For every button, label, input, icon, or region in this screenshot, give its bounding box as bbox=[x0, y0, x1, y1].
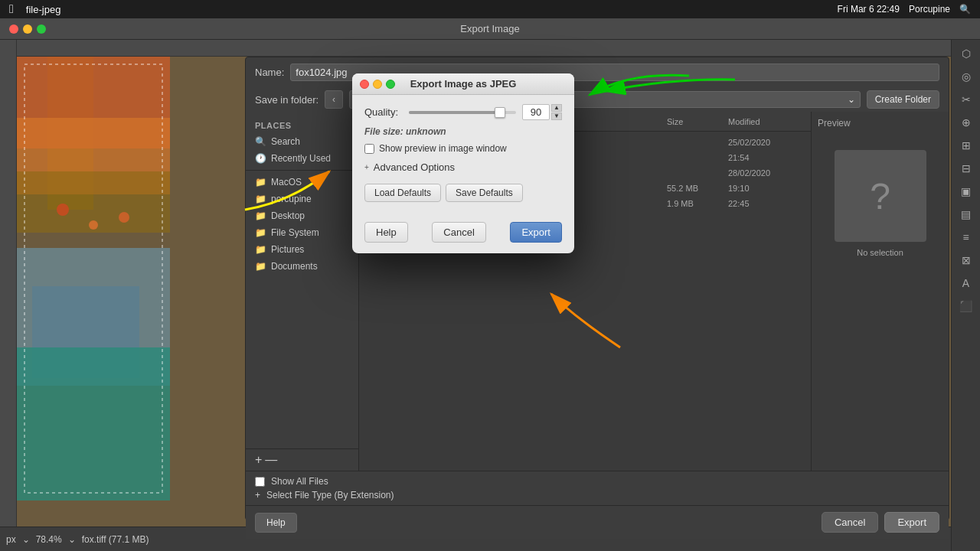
quality-row: Quality: ▲ ▼ bbox=[364, 104, 562, 120]
file-size-label: File size: unknown bbox=[364, 126, 446, 137]
unit-label: px bbox=[6, 534, 16, 545]
help-button-bottom[interactable]: Help bbox=[255, 513, 297, 533]
search-menu-icon[interactable]: 🔍 bbox=[959, 4, 971, 15]
search-icon: 🔍 bbox=[255, 136, 266, 147]
places-separator bbox=[246, 170, 358, 171]
expand-filetype-icon[interactable]: + bbox=[255, 490, 260, 500]
jpeg-export-modal: Export Image as JPEG Quality: ▲ ▼ bbox=[352, 73, 574, 253]
col-header-size[interactable]: Size bbox=[667, 117, 728, 126]
sidebar-item-pictures[interactable]: 📁 Pictures bbox=[246, 241, 358, 258]
tool-5[interactable]: ⊞ bbox=[956, 135, 977, 156]
folder-desktop-icon: 📁 bbox=[255, 210, 266, 221]
quality-slider-fill bbox=[409, 111, 505, 114]
export-button-jpeg[interactable]: Export bbox=[510, 222, 562, 243]
tool-1[interactable]: ⬡ bbox=[956, 43, 977, 64]
jpeg-traffic-lights bbox=[360, 80, 395, 89]
tool-7[interactable]: ▣ bbox=[956, 181, 977, 202]
tool-2[interactable]: ◎ bbox=[956, 66, 977, 87]
show-preview-checkbox[interactable] bbox=[364, 144, 374, 154]
name-row: Name: bbox=[246, 57, 949, 87]
folder-row: Save in folder: ‹ 📁 porcupine ⌄ Create F… bbox=[246, 87, 949, 112]
places-panel: Places 🔍 Search 🕐 Recently Used 📁 MacOS … bbox=[246, 112, 359, 471]
maximize-button[interactable] bbox=[37, 24, 46, 34]
advanced-options-row[interactable]: + Advanced Options bbox=[364, 161, 562, 173]
sidebar-item-documents-label: Documents bbox=[271, 261, 318, 272]
zoom-level: 78.4% bbox=[36, 534, 62, 545]
window-title: Export Image bbox=[460, 23, 519, 34]
tool-8[interactable]: ▤ bbox=[956, 204, 977, 225]
svg-point-11 bbox=[119, 212, 129, 223]
cancel-button-jpeg[interactable]: Cancel bbox=[432, 222, 485, 243]
sidebar-item-filesystem[interactable]: 📁 File System bbox=[246, 224, 358, 241]
sidebar-item-desktop-label: Desktop bbox=[271, 210, 305, 221]
sidebar-item-porcupine[interactable]: 📁 porcupine bbox=[246, 191, 358, 207]
preview-placeholder: ? bbox=[835, 150, 926, 242]
svg-rect-7 bbox=[17, 347, 170, 500]
tool-11[interactable]: A bbox=[956, 272, 977, 294]
show-all-files-checkbox[interactable] bbox=[255, 477, 265, 487]
tool-3[interactable]: ✂ bbox=[956, 89, 977, 110]
select-file-type-label: Select File Type (By Extension) bbox=[266, 490, 394, 500]
col-header-modified[interactable]: Modified bbox=[728, 117, 805, 126]
export-button-main[interactable]: Export bbox=[884, 512, 939, 533]
sidebar-item-macos[interactable]: 📁 MacOS bbox=[246, 174, 358, 191]
quality-slider[interactable] bbox=[409, 111, 516, 114]
tool-10[interactable]: ⊠ bbox=[956, 249, 977, 271]
add-place-button[interactable]: + bbox=[255, 454, 262, 466]
jpeg-maximize-button[interactable] bbox=[386, 80, 395, 89]
traffic-lights bbox=[9, 24, 46, 34]
close-button[interactable] bbox=[9, 24, 18, 34]
show-all-files-label: Show All Files bbox=[271, 476, 328, 487]
apple-menu[interactable]:  bbox=[9, 2, 14, 16]
quality-slider-thumb bbox=[495, 107, 505, 118]
ruler-top bbox=[17, 40, 951, 57]
expand-icon: + bbox=[364, 163, 369, 171]
ruler-left bbox=[0, 40, 17, 527]
minimize-button[interactable] bbox=[23, 24, 32, 34]
remove-place-button[interactable]: — bbox=[265, 454, 277, 466]
places-title: Places bbox=[246, 118, 358, 133]
sidebar-item-search-label: Search bbox=[271, 136, 300, 147]
title-bar: Export Image bbox=[0, 18, 980, 40]
quality-stepper-down[interactable]: ▼ bbox=[551, 112, 562, 120]
sidebar-item-recent-label: Recently Used bbox=[271, 153, 331, 164]
sidebar-item-search[interactable]: 🔍 Search bbox=[246, 133, 358, 150]
show-preview-label: Show preview in image window bbox=[379, 143, 507, 154]
show-all-files-row: Show All Files bbox=[255, 476, 939, 487]
app-name[interactable]: file-jpeg bbox=[26, 4, 61, 15]
cancel-button-main[interactable]: Cancel bbox=[822, 512, 878, 533]
create-folder-button[interactable]: Create Folder bbox=[867, 90, 939, 109]
nav-back-button[interactable]: ‹ bbox=[325, 90, 343, 109]
save-defaults-button[interactable]: Save Defaults bbox=[446, 184, 523, 202]
username: Porcupine bbox=[909, 4, 950, 15]
jpeg-minimize-button[interactable] bbox=[373, 80, 382, 89]
preview-panel: Preview ? No selection bbox=[811, 112, 949, 471]
jpeg-footer: Help Cancel Export bbox=[352, 222, 574, 253]
tool-9[interactable]: ≡ bbox=[956, 227, 977, 248]
folder-filesystem-icon: 📁 bbox=[255, 227, 266, 238]
quality-value-input[interactable] bbox=[522, 104, 550, 120]
sidebar-item-filesystem-label: File System bbox=[271, 227, 319, 238]
show-preview-row: Show preview in image window bbox=[364, 143, 562, 154]
export-dialog-footer: Help Cancel Export bbox=[246, 505, 949, 539]
sidebar-item-desktop[interactable]: 📁 Desktop bbox=[246, 207, 358, 224]
menubar:  file-jpeg Fri Mar 6 22:49 Porcupine 🔍 bbox=[0, 0, 980, 18]
load-defaults-button[interactable]: Load Defaults bbox=[364, 184, 441, 202]
jpeg-close-button[interactable] bbox=[360, 80, 369, 89]
help-button-jpeg[interactable]: Help bbox=[364, 222, 408, 243]
tool-12[interactable]: ⬛ bbox=[956, 295, 977, 317]
file-size-row: File size: unknown bbox=[364, 126, 562, 137]
tool-4[interactable]: ⊕ bbox=[956, 112, 977, 133]
folder-porcupine-icon: 📁 bbox=[255, 194, 266, 204]
sidebar-item-documents[interactable]: 📁 Documents bbox=[246, 258, 358, 275]
sidebar-item-recent[interactable]: 🕐 Recently Used bbox=[246, 150, 358, 167]
folder-dropdown-chevron: ⌄ bbox=[848, 94, 855, 105]
export-content: Places 🔍 Search 🕐 Recently Used 📁 MacOS … bbox=[246, 112, 949, 471]
unit-chevron[interactable]: ⌄ bbox=[22, 534, 30, 545]
folder-pictures-icon: 📁 bbox=[255, 244, 266, 255]
footer-buttons: Cancel Export bbox=[822, 512, 939, 533]
menubar-left:  file-jpeg bbox=[9, 2, 60, 16]
zoom-chevron[interactable]: ⌄ bbox=[68, 534, 76, 545]
tool-6[interactable]: ⊟ bbox=[956, 158, 977, 179]
quality-stepper-up[interactable]: ▲ bbox=[551, 104, 562, 112]
